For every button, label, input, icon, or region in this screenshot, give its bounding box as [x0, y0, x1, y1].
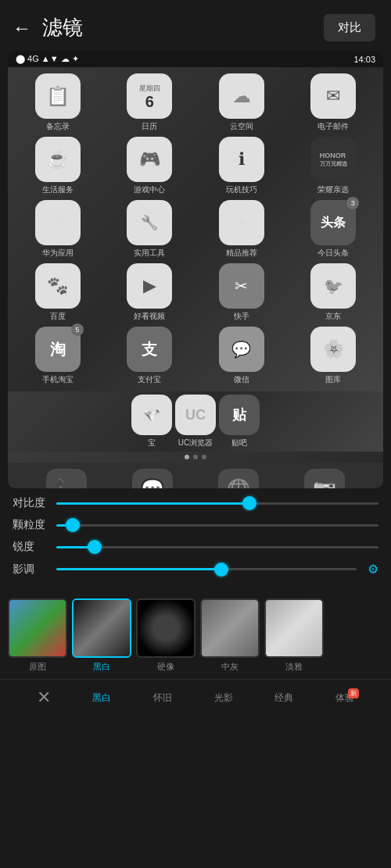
list-item: HONOR万万兄精选 荣耀亲选	[290, 137, 378, 195]
app-label: 图库	[325, 374, 341, 385]
app-grid: 📋 备忘录 星期四 6 日历 ☁ 云空间 ✉ 电子邮件 ☕	[8, 67, 383, 391]
bottom-nav: ✕ 黑白 怀旧 光影 经典 体验 新	[0, 679, 391, 716]
nav-vintage[interactable]: 怀旧	[153, 691, 172, 705]
list-item: ☕ 生活服务	[14, 137, 102, 195]
app-icon-honor: HONOR万万兄精选	[310, 137, 356, 182]
app-label: 宝	[148, 438, 156, 448]
app-icon-calendar: 星期四 6	[127, 73, 172, 119]
list-item: ℹ 玩机技巧	[198, 137, 285, 195]
slider-track-grain[interactable]	[56, 524, 378, 527]
second-page-apps: 💎 宝 UC UC浏览器 贴 贴吧	[8, 391, 383, 452]
filter-bw[interactable]: 黑白	[72, 598, 131, 673]
app-label: 生活服务	[42, 184, 74, 195]
filter-light[interactable]: 淡雅	[264, 598, 324, 673]
list-item: 🐦 京东	[290, 263, 378, 322]
nav-classic[interactable]: 经典	[274, 691, 293, 705]
list-item: ☁ 云空间	[198, 73, 285, 132]
list-item: 🔧 实用工具	[106, 200, 194, 259]
nav-bw[interactable]: 黑白	[92, 691, 111, 705]
dock: 📞 💬 🌐 📷	[8, 463, 383, 488]
app-icon-uc: UC	[175, 395, 216, 435]
app-label: 游戏中心	[134, 184, 165, 195]
app-icon-kuaishou: ✂	[219, 263, 264, 309]
app-icon-memos: 📋	[35, 73, 81, 119]
app-label: 快手	[234, 311, 249, 322]
phone-preview: ⬤ 4G ▲▼ ☁ ✦ 14:03 📋 备忘录 星期四 6 日历 ☁ 云空间	[8, 51, 383, 488]
app-label: UC浏览器	[178, 438, 213, 448]
app-label: 好看视频	[134, 311, 165, 322]
slider-thumb-tone[interactable]	[214, 563, 228, 577]
app-label: 精品推荐	[226, 248, 257, 259]
app-icon-taobao: 淘 5	[35, 327, 81, 372]
header-left: ← 滤镜	[13, 14, 83, 41]
dot	[193, 455, 198, 459]
app-icon-haokan: ▶	[127, 263, 172, 309]
list-item: ✂ 快手	[198, 263, 285, 322]
app-icon-wechat: 💬	[219, 327, 264, 372]
settings-icon[interactable]: ⚙	[368, 562, 378, 577]
nav-label-bw: 黑白	[92, 691, 111, 705]
nav-label-classic: 经典	[274, 691, 293, 705]
app-label: 京东	[325, 311, 341, 322]
back-button[interactable]: ←	[13, 17, 31, 39]
thumb-img-silhouette	[136, 598, 196, 658]
slider-track-sharpness[interactable]	[56, 546, 378, 548]
list-item: 📋 备忘录	[14, 73, 102, 132]
list-item: ★ 精品推荐	[198, 200, 285, 259]
filter-original[interactable]: 原图	[8, 598, 67, 673]
slider-thumb-grain[interactable]	[66, 518, 80, 532]
app-label: 备忘录	[46, 121, 70, 132]
app-label: 贴吧	[231, 438, 247, 448]
dot	[185, 455, 189, 459]
app-icon-featured: ★	[219, 200, 264, 245]
close-icon: ✕	[37, 688, 51, 708]
sliders-section: 对比度 颗粒度 锐度 影调 ⚙	[0, 488, 391, 592]
slider-label-tone: 影调	[13, 563, 48, 577]
filter-midgray[interactable]: 中灰	[200, 598, 260, 673]
thumb-label-midgray: 中灰	[221, 661, 239, 673]
list-item: 🎮 游戏中心	[106, 137, 194, 195]
slider-thumb-sharpness[interactable]	[88, 540, 102, 554]
slider-track-contrast[interactable]	[56, 502, 378, 505]
app-label: 电子邮件	[317, 121, 349, 132]
compare-button[interactable]: 对比	[324, 14, 375, 41]
filter-silhouette[interactable]: 硬像	[136, 598, 196, 673]
dock-messages: 💬	[132, 469, 173, 488]
list-item: 💬 微信	[198, 327, 285, 385]
app-icon-life: ☕	[35, 137, 81, 182]
app-label: 微信	[234, 374, 249, 385]
list-item: 头条 3 今日头条	[290, 200, 378, 259]
nav-label-vintage: 怀旧	[153, 691, 172, 705]
app-label: 荣耀亲选	[317, 184, 349, 195]
slider-row-tone: 影调 ⚙	[13, 562, 378, 577]
app-label: 支付宝	[138, 374, 161, 385]
nav-light-shadow[interactable]: 光影	[214, 691, 233, 705]
list-item: 🌸 图库	[290, 327, 378, 385]
list-item: 💎 宝	[131, 395, 172, 448]
app-label: 华为应用	[42, 248, 74, 259]
status-time: 14:03	[353, 55, 375, 64]
nav-experience[interactable]: 体验 新	[335, 691, 354, 705]
thumb-img-bw	[72, 598, 131, 658]
slider-thumb-contrast[interactable]	[242, 496, 256, 510]
app-icon-gallery: 🌸	[310, 327, 356, 372]
nav-close[interactable]: ✕	[37, 688, 51, 708]
slider-track-tone[interactable]	[56, 568, 357, 570]
status-left: ⬤ 4G ▲▼ ☁ ✦	[16, 54, 79, 64]
slider-row-grain: 颗粒度	[13, 518, 378, 532]
list-item: ⊞ 华为应用	[14, 200, 102, 259]
app-label: 手机淘宝	[42, 374, 74, 385]
slider-label-contrast: 对比度	[13, 496, 48, 510]
list-item: UC UC浏览器	[175, 395, 216, 448]
app-icon-huawei: ⊞	[35, 200, 81, 245]
app-icon-cloud: ☁	[219, 73, 264, 119]
app-label: 云空间	[230, 121, 253, 132]
app-icon-email: ✉	[310, 73, 356, 119]
app-icon-tools: 🔧	[127, 200, 172, 245]
dock-camera: 📷	[304, 469, 345, 488]
app-icon-tips: ℹ	[219, 137, 264, 182]
page-dots	[8, 452, 383, 463]
slider-row-contrast: 对比度	[13, 496, 378, 510]
slider-fill-tone	[56, 568, 221, 570]
list-item: 🐾 百度	[14, 263, 102, 322]
